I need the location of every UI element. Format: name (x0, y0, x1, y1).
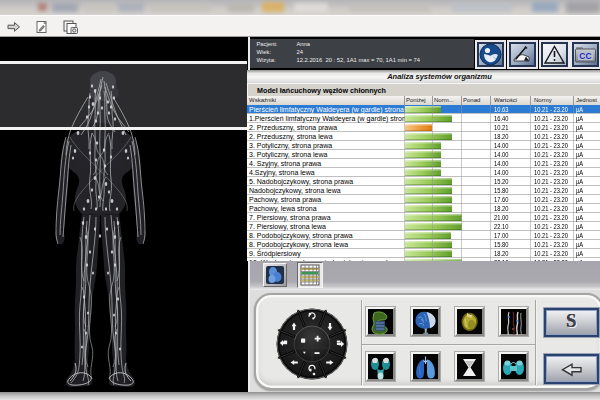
svg-text:CC: CC (579, 51, 591, 61)
